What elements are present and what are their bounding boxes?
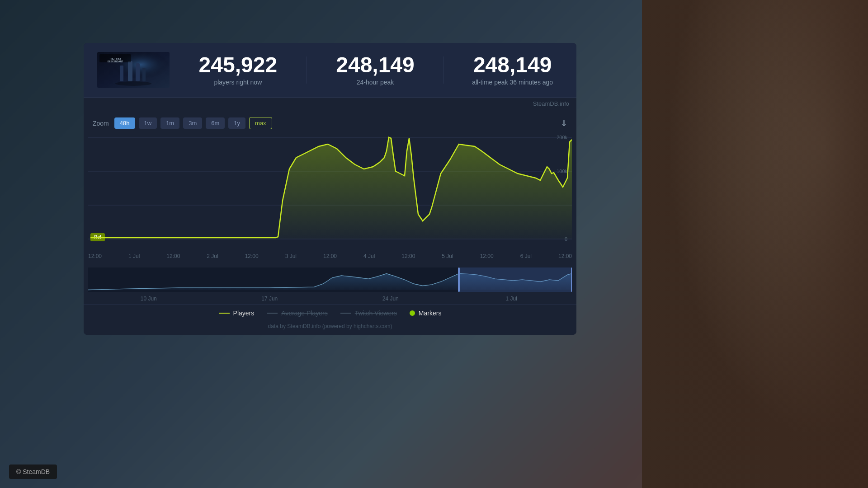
x-label-1: 1 Jul (128, 253, 140, 259)
x-label-8: 12:00 (401, 253, 415, 259)
game-thumbnail: THE FIRST DESCENDANT (97, 52, 170, 88)
legend-twitch[interactable]: Twitch Viewers (340, 310, 397, 317)
stat-block-alltime: 248,149 all-time peak 36 minutes ago (462, 54, 563, 86)
header-section: THE FIRST DESCENDANT 245,922 players rig… (84, 43, 576, 98)
navigator-svg (88, 267, 572, 292)
svg-text:200k: 200k (557, 135, 567, 140)
x-label-12: 12:00 (558, 253, 572, 259)
stat-block-24h: 248,149 24-hour peak (325, 54, 426, 86)
stat-divider-2 (443, 56, 444, 84)
alltime-peak-value: 248,149 (473, 54, 552, 76)
navigator-container[interactable] (84, 264, 576, 296)
x-label-9: 5 Jul (442, 253, 453, 259)
nav-date-0: 10 Jun (88, 296, 209, 302)
legend-avg-players[interactable]: Average Players (267, 310, 327, 317)
main-chart-svg: 200k 100k 0 Rel (88, 133, 572, 250)
data-credit-text: data by SteamDB.info (powered by highcha… (268, 323, 392, 329)
svg-rect-21 (458, 267, 460, 292)
svg-text:DESCENDANT: DESCENDANT (108, 60, 123, 63)
zoom-btn-max[interactable]: max (249, 117, 272, 129)
svg-rect-5 (136, 63, 140, 81)
x-label-2: 12:00 (166, 253, 180, 259)
data-credit: data by SteamDB.info (powered by highcha… (84, 321, 576, 335)
markers-dot-icon (410, 310, 415, 316)
x-label-10: 12:00 (480, 253, 494, 259)
zoom-btn-1w[interactable]: 1w (139, 117, 157, 129)
stat-divider-1 (307, 56, 307, 84)
game-art-svg: THE FIRST DESCENDANT (97, 52, 170, 88)
x-label-6: 12:00 (323, 253, 337, 259)
legend: Players Average Players Twitch Viewers M… (84, 305, 576, 321)
zoom-label: Zoom (93, 120, 109, 127)
avg-players-line-icon (267, 313, 278, 314)
x-axis-labels: 12:00 1 Jul 12:00 2 Jul 12:00 3 Jul 12:0… (84, 250, 576, 264)
credit-text: SteamDB.info (533, 100, 569, 107)
zoom-btn-1m[interactable]: 1m (160, 117, 179, 129)
chart-area: 200k 100k 0 Rel (88, 133, 572, 250)
x-label-7: 4 Jul (363, 253, 375, 259)
alltime-peak-label: all-time peak 36 minutes ago (472, 79, 553, 86)
background-person (642, 0, 868, 488)
nav-date-2: 24 Jun (330, 296, 451, 302)
game-thumbnail-inner: THE FIRST DESCENDANT (97, 52, 170, 88)
x-label-11: 6 Jul (520, 253, 532, 259)
svg-point-2 (115, 81, 151, 86)
markers-label: Markers (419, 310, 442, 317)
watermark: © SteamDB (9, 465, 57, 479)
zoom-btn-48h[interactable]: 48h (114, 117, 135, 129)
nav-dates: 10 Jun 17 Jun 24 Jun 1 Jul (84, 296, 576, 305)
x-label-3: 2 Jul (207, 253, 218, 259)
legend-players[interactable]: Players (219, 310, 255, 317)
x-label-0: 12:00 (88, 253, 102, 259)
stat-block-current: 245,922 players right now (188, 54, 288, 86)
chart-container: 200k 100k 0 Rel (84, 133, 576, 250)
peak-24h-value: 248,149 (336, 54, 415, 76)
zoom-btn-3m[interactable]: 3m (183, 117, 202, 129)
watermark-text: © SteamDB (16, 468, 50, 475)
svg-rect-3 (120, 66, 123, 81)
steamdb-credit-line: SteamDB.info (84, 98, 576, 110)
nav-date-1: 17 Jun (209, 296, 330, 302)
zoom-btn-1y[interactable]: 1y (228, 117, 245, 129)
nav-date-3: 1 Jul (451, 296, 572, 302)
players-line-icon (219, 313, 230, 314)
svg-rect-4 (128, 61, 132, 81)
twitch-line-icon (340, 313, 351, 314)
current-players-label: players right now (214, 79, 262, 86)
svg-rect-22 (571, 267, 572, 292)
x-label-5: 3 Jul (285, 253, 297, 259)
current-players-value: 245,922 (199, 54, 278, 76)
svg-rect-20 (459, 267, 572, 292)
svg-text:100k: 100k (557, 169, 567, 174)
players-label: Players (233, 310, 255, 317)
x-label-4: 12:00 (245, 253, 259, 259)
main-card: THE FIRST DESCENDANT 245,922 players rig… (84, 43, 576, 335)
zoom-btn-6m[interactable]: 6m (206, 117, 225, 129)
chart-controls: Zoom 48h 1w 1m 3m 6m 1y max ⇓ (84, 110, 576, 133)
svg-rect-6 (142, 68, 146, 81)
avg-players-label: Average Players (281, 310, 327, 317)
twitch-label: Twitch Viewers (355, 310, 397, 317)
legend-markers[interactable]: Markers (410, 310, 442, 317)
peak-24h-label: 24-hour peak (357, 79, 394, 86)
download-button[interactable]: ⇓ (561, 118, 567, 128)
